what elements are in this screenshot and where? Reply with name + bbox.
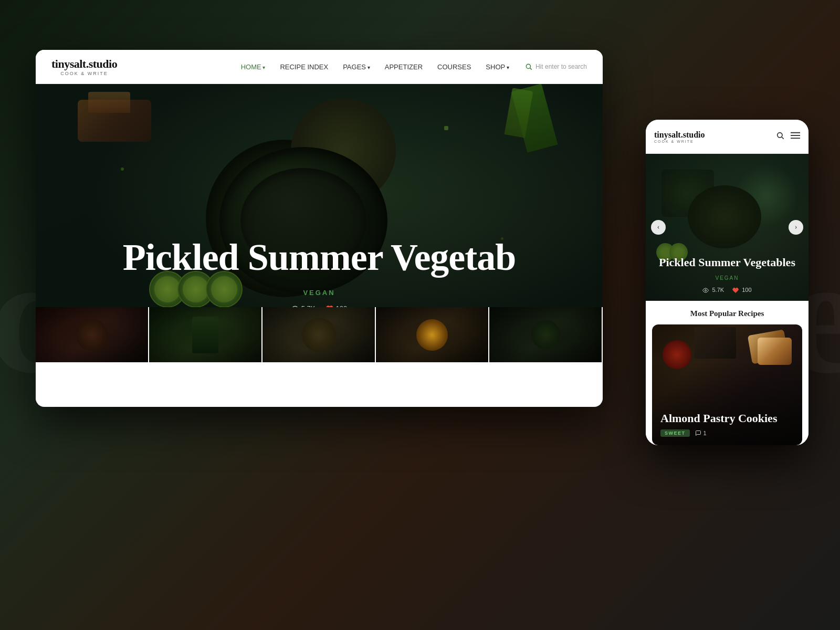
mobile-brand-name[interactable]: tinysalt.studio [654,130,776,140]
mobile-next-arrow[interactable]: › [789,220,803,235]
mobile-brand-sub: COOK & WRITE [654,140,776,143]
most-popular-title: Most Popular Recipes [646,301,808,324]
mobile-bowl [688,185,761,248]
thumbnail-5[interactable] [489,307,603,362]
nav-pages[interactable]: PAGES [343,63,370,71]
mobile-browser-mockup: tinysalt.studio COOK & WRITE [646,120,808,445]
sauce [663,340,691,369]
thumb-bg [489,307,602,362]
thumbnail-3[interactable] [262,307,376,362]
mobile-search-icon[interactable] [776,131,784,142]
mobile-menu-icon[interactable] [791,132,800,141]
thumb-bg [376,307,488,362]
hero-category[interactable]: VEGAN [36,289,603,297]
recipe-card-content: Almond Pastry Cookies SWEET 1 [652,403,802,445]
recipe-card[interactable]: Almond Pastry Cookies SWEET 1 [652,324,802,445]
desktop-browser-mockup: tinysalt.studio COOK & WRITE HOME RECIPE… [36,50,603,407]
recipe-card-title: Almond Pastry Cookies [660,412,794,425]
cookie-top [758,338,792,365]
thumb-food [262,307,375,362]
nav-appetizer[interactable]: APPETIZER [385,63,423,71]
card-prop [694,327,736,359]
mobile-prev-arrow[interactable]: ‹ [651,220,666,235]
nav-home[interactable]: HOME [241,63,266,71]
mobile-navbar: tinysalt.studio COOK & WRITE [646,120,808,154]
recipe-card-meta: SWEET 1 [660,429,794,437]
mobile-likes: 100 [732,287,751,293]
search-placeholder: Hit enter to search [536,63,587,70]
nav-courses[interactable]: COURSES [437,63,471,71]
recipe-badge[interactable]: SWEET [660,429,690,437]
food-soup [416,319,448,351]
thumb-bg [262,307,375,362]
mobile-hero-nav: ‹ › [646,220,808,235]
desktop-search[interactable]: Hit enter to search [525,63,587,70]
svg-point-0 [526,64,530,68]
food-scatter [121,167,124,171]
desktop-nav-links: HOME RECIPE INDEX PAGES APPETIZER COURSE… [241,63,509,71]
recipe-comments: 1 [695,430,707,436]
thumbnail-4[interactable] [376,307,489,362]
desktop-navbar: tinysalt.studio COOK & WRITE HOME RECIPE… [36,50,603,84]
mobile-views: 5.7K [702,287,724,293]
svg-point-8 [705,290,707,291]
thumbnail-strip [36,307,603,362]
mobile-content: Most Popular Recipes Almond Pastry Cooki… [646,301,808,445]
desktop-logo: tinysalt.studio COOK & WRITE [51,57,117,76]
mobile-hero: ‹ › Pickled Summer Vegetables VEGAN 5.7K… [646,154,808,301]
thumb-food [489,307,602,362]
food-jar [192,317,218,353]
thumbnail-2[interactable] [149,307,262,362]
desktop-hero: Pickled Summer Vegetab VEGAN 5.7K 100 [36,84,603,362]
nav-recipe-index[interactable]: RECIPE INDEX [280,63,328,71]
thumb-bg [36,307,148,362]
food-greens [531,320,560,349]
svg-line-4 [782,137,784,139]
svg-point-3 [778,133,782,138]
cookie-visual [750,332,792,369]
svg-line-1 [530,68,532,70]
mobile-hero-stats: 5.7K 100 [646,287,808,293]
thumb-food [149,307,261,362]
thumb-bg [149,307,261,362]
thumbnail-1[interactable] [36,307,149,362]
thumb-food [376,307,488,362]
mobile-hero-title: Pickled Summer Vegetables [646,256,808,269]
food-scatter [444,126,448,130]
food-plate [302,318,336,352]
mobile-nav-icons [776,131,800,142]
mobile-logo: tinysalt.studio COOK & WRITE [654,130,776,143]
hero-prop-item [88,92,130,113]
mobile-hero-category[interactable]: VEGAN [646,275,808,281]
food-bowl [76,319,108,351]
nav-shop[interactable]: SHOP [486,63,509,71]
thumb-food [36,307,148,362]
brand-name[interactable]: tinysalt.studio [51,57,117,71]
hero-title: Pickled Summer Vegetab [36,237,603,278]
brand-sub: COOK & WRITE [51,71,117,76]
